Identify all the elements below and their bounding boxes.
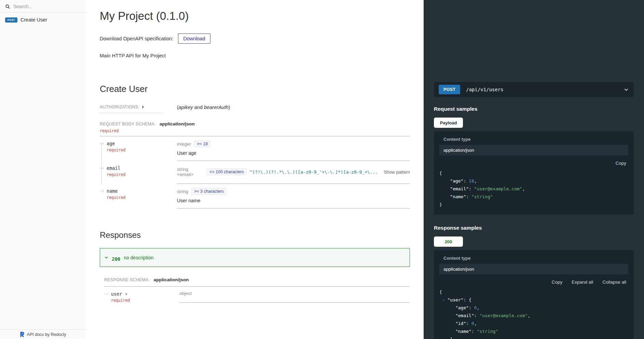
- content-type-select[interactable]: application/json: [439, 145, 628, 155]
- operation-title: Create User: [100, 84, 410, 94]
- request-sample-block: Content type application/json Copy { "ag…: [434, 131, 634, 215]
- authorizations-label: AUTHORIZATIONS:: [100, 105, 139, 109]
- page-title: My Project (0.1.0): [100, 10, 410, 23]
- search-bar[interactable]: [0, 0, 86, 13]
- field-pattern: ^(?!\.)(?!.*\.\.)([a-z0-9_'+\-\.]*)[a-z0…: [250, 170, 378, 175]
- request-schema-fields: age required integer >= 18 User age emai…: [100, 136, 410, 208]
- response-sample-block: Content type application/json Copy Expan…: [434, 250, 634, 339]
- post-method-badge: POST: [439, 85, 460, 94]
- response-sample-code: { - "user": { "age": 0, "email": "user@e…: [439, 288, 628, 339]
- footer-label: API docs by Redocly: [27, 332, 66, 337]
- field-required-flag: required: [107, 172, 177, 177]
- sidebar: POST Create User API docs by Redocly: [0, 0, 86, 339]
- chevron-right-icon: [141, 105, 145, 109]
- search-icon: [5, 4, 10, 9]
- sidebar-item-create-user[interactable]: POST Create User: [0, 13, 86, 27]
- post-method-badge: POST: [5, 17, 17, 23]
- field-name: user: [111, 291, 122, 297]
- response-schema-label: RESPONSE SCHEMA:: [104, 277, 150, 282]
- field-name: email: [107, 165, 121, 171]
- response-content-type: application/json: [154, 277, 189, 282]
- request-body-content-type: application/json: [160, 121, 195, 126]
- response-samples-title: Response samples: [434, 225, 634, 231]
- field-required-flag: required: [111, 298, 179, 303]
- field-type: integer: [177, 141, 191, 147]
- responses-title: Responses: [100, 230, 410, 240]
- schema-row-age: age required integer >= 18 User age: [100, 136, 410, 161]
- response-200-toggle[interactable]: 200 no description: [100, 248, 410, 267]
- field-name: age: [107, 141, 115, 146]
- response-status-code: 200: [112, 255, 120, 263]
- authorizations-toggle[interactable]: AUTHORIZATIONS:: [100, 105, 163, 113]
- show-pattern-link[interactable]: Show pattern: [384, 170, 410, 175]
- expand-all-button[interactable]: Expand all: [572, 280, 593, 285]
- response-status-description: no description: [124, 255, 153, 260]
- endpoint-bar[interactable]: POST /api/v1/users: [434, 82, 634, 97]
- field-name: name: [107, 188, 118, 194]
- api-doc-content: My Project (0.1.0) Download OpenAPI spec…: [86, 0, 424, 339]
- field-constraint-badge: >= 18: [194, 140, 210, 147]
- field-type: string <email>: [177, 167, 204, 177]
- download-button[interactable]: Download: [178, 33, 210, 44]
- sidebar-item-label: Create User: [20, 17, 47, 23]
- api-description: Main HTTP API for My Project: [100, 53, 410, 58]
- tab-200[interactable]: 200: [434, 236, 463, 247]
- download-spec-label: Download OpenAPI specification:: [100, 36, 173, 41]
- expand-user-field[interactable]: user: [104, 291, 179, 297]
- chevron-down-icon: [105, 256, 108, 259]
- content-type-select[interactable]: application/json: [439, 264, 628, 274]
- collapse-all-button[interactable]: Collapse all: [602, 280, 626, 285]
- samples-panel: POST /api/v1/users Request samples Paylo…: [424, 0, 644, 339]
- authorizations-value: (apikey and bearerAuth): [177, 105, 410, 110]
- chevron-down-icon[interactable]: [624, 87, 629, 92]
- tree-branch: [100, 166, 104, 170]
- content-type-label: Content type: [439, 254, 628, 264]
- field-required-flag: required: [107, 148, 177, 152]
- redocly-footer-link[interactable]: API docs by Redocly: [0, 329, 86, 339]
- request-sample-code: { "age": 18, "email": "user@example.com"…: [439, 169, 628, 208]
- chevron-right-icon: [125, 293, 128, 296]
- field-constraint-badge: <= 100 characters: [207, 168, 247, 175]
- schema-row-user: user required object: [104, 287, 410, 303]
- schema-row-name: name required string >= 3 characters Use…: [100, 184, 410, 208]
- request-samples-title: Request samples: [434, 106, 634, 112]
- field-type: object: [179, 291, 192, 296]
- content-type-label: Content type: [439, 135, 628, 145]
- search-input[interactable]: [13, 4, 81, 9]
- endpoint-path: /api/v1/users: [466, 87, 504, 92]
- response-schema-fields: user required object: [104, 287, 410, 303]
- tree-branch: [104, 292, 109, 296]
- tab-payload[interactable]: Payload: [434, 118, 463, 128]
- redocly-logo-icon: [20, 332, 24, 337]
- field-description: User age: [177, 150, 410, 156]
- copy-button[interactable]: Copy: [552, 280, 563, 285]
- field-constraint-badge: >= 3 characters: [191, 188, 227, 195]
- tree-branch: [100, 142, 104, 145]
- field-type: string: [177, 189, 188, 194]
- field-description: User name: [177, 198, 410, 203]
- copy-button[interactable]: Copy: [615, 161, 626, 166]
- field-required-flag: required: [107, 195, 177, 200]
- request-body-required-flag: required: [100, 128, 410, 133]
- tree-branch: [100, 189, 104, 193]
- schema-row-email: email required string <email> <= 100 cha…: [100, 161, 410, 184]
- request-body-schema-label: REQUEST BODY SCHEMA:: [100, 122, 155, 126]
